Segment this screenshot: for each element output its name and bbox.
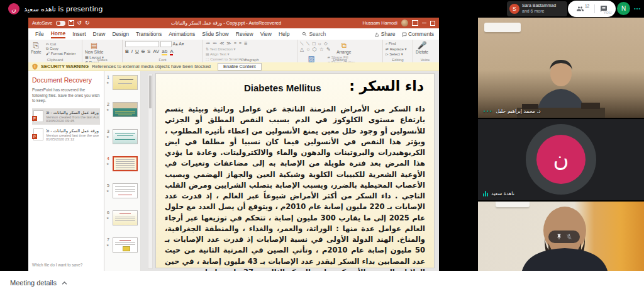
save-icon[interactable] (69, 20, 74, 26)
recovered-file-item[interactable]: ورقة عمل السكر والنباتات - Co... Version… (32, 127, 100, 143)
recovered-file-item[interactable]: ورقة عمل السكر والنباتات - Co... Version… (32, 108, 100, 125)
ribbon-display-icon[interactable] (412, 20, 418, 26)
slide-thumbnail-6[interactable]: 6★ (104, 209, 140, 236)
pin-icon[interactable] (556, 234, 562, 240)
find-button[interactable]: ⌕ Find (386, 42, 406, 46)
indent-buttons[interactable]: ≪≫ (219, 41, 234, 45)
redo-icon[interactable]: ↻ (85, 20, 90, 26)
meeting-details-button[interactable]: Meeting details (10, 279, 67, 287)
slide-thumbnail-4[interactable]: 4★ (104, 155, 140, 182)
slide-body-text: داء السكر من الأمراض المزمنة الناتجة عن … (165, 104, 425, 271)
divider (594, 4, 595, 13)
chevron-up-icon (62, 282, 67, 285)
replace-button[interactable]: ⇄ Replace ▾ (386, 47, 406, 51)
slide-scrollbar[interactable] (148, 74, 153, 269)
people-count-badge: 12 (585, 4, 589, 8)
arrange-button[interactable]: ⧉Arrange (336, 41, 351, 54)
slide-thumbnail-1[interactable]: 1★ (104, 74, 140, 101)
animation-star-icon: ★ (106, 81, 109, 84)
document-title: ورقة عمل السكر والنباتات - Copy.ppt - Au… (90, 20, 363, 26)
animation-star-icon: ★ (106, 108, 109, 111)
slide-canvas[interactable]: Diabetes Mellitus داء السكر : داء السكر … (156, 74, 434, 268)
select-button[interactable]: ▻ Select ▾ (386, 52, 406, 56)
recovery-title: Document Recovery (32, 76, 100, 84)
strikethrough-button[interactable]: S (142, 48, 145, 54)
scrollbar-thumb[interactable] (149, 76, 152, 108)
recovery-help-link[interactable]: Which file do I want to save? (32, 263, 82, 267)
restore-button[interactable] (430, 21, 435, 26)
slide-thumbnail-2[interactable]: 2★ (104, 101, 140, 128)
slide-thumbnail-5[interactable]: 5★ (104, 182, 140, 209)
minimize-button[interactable] (422, 23, 426, 23)
tab-slide-show[interactable]: Slide Show (202, 31, 229, 37)
tab-view[interactable]: View (260, 31, 272, 37)
shrink-font-button[interactable]: A▾ (178, 42, 184, 46)
ppt-menu-bar: File Home Insert Draw Design Transitions… (28, 28, 439, 40)
bullets-button[interactable]: ≔ (206, 41, 213, 45)
format-painter-button[interactable]: 🖌 Format Painter (46, 52, 75, 55)
comments-button[interactable]: Comments (402, 31, 434, 37)
tab-transitions[interactable]: Transitions (136, 31, 162, 37)
ribbon-group-paragraph: ≔≕≪≫≡≡≣ ⇅ Text Direction ▾ ▤ Align Text … (203, 40, 297, 62)
dictate-button[interactable]: 🎤Dictate (416, 41, 428, 54)
align-text-button[interactable]: ▤ Align Text ▾ (206, 52, 247, 56)
you-label: You (603, 9, 612, 15)
video-tile-participant-1[interactable]: ••• د. محمد إبراهيم خليل (478, 18, 644, 118)
font-color-button[interactable]: A (170, 48, 173, 55)
grow-font-button[interactable]: A▴ (173, 42, 178, 46)
text-direction-button[interactable]: ⇅ Text Direction ▾ (206, 47, 247, 51)
tab-draw[interactable]: Draw (93, 31, 106, 37)
slide-editing-pane: Diabetes Mellitus داء السكر : داء السكر … (141, 71, 439, 271)
more-options-icon[interactable]: ••• (634, 6, 641, 11)
copy-button[interactable]: ⧉ Copy (46, 47, 75, 51)
tile-options-icon[interactable]: ••• (483, 109, 492, 114)
bold-button[interactable]: B (125, 48, 129, 54)
participant-avatar: ن (536, 135, 586, 184)
slide-thumbnail-3[interactable]: 3★ (104, 128, 140, 155)
ribbon-group-font: A▴ A▾ B I U S S AV ab A Font (123, 40, 203, 62)
mic-off-icon[interactable] (566, 234, 572, 240)
participant-name-label: ناهدة سعيد (483, 191, 514, 196)
tab-animations[interactable]: Animations (169, 31, 195, 37)
tab-insert[interactable]: Insert (72, 31, 86, 37)
text-shadow-button[interactable]: S (147, 48, 150, 54)
cut-button[interactable]: ✂ Cut (46, 42, 75, 46)
tab-review[interactable]: Review (236, 31, 253, 37)
video-tile-participant-3[interactable] (478, 202, 644, 271)
ribbon-group-clipboard: ⎘Paste ✂ Cut ⧉ Copy 🖌 Format Painter Cli… (28, 40, 82, 62)
participant-avatar: S (509, 4, 519, 14)
numbering-button[interactable]: ≕ (213, 41, 219, 45)
underline-button[interactable]: U (135, 48, 139, 54)
enable-content-button[interactable]: Enable Content (218, 63, 262, 71)
animation-star-icon: ★ (106, 135, 109, 139)
tab-design[interactable]: Design (112, 31, 128, 37)
tab-help[interactable]: Help (279, 31, 289, 37)
self-avatar[interactable]: N (617, 2, 630, 15)
share-button[interactable]: Share (374, 31, 395, 37)
autosave-toggle[interactable] (56, 21, 65, 26)
font-size-select[interactable] (160, 41, 172, 47)
new-slide-button[interactable]: ▤New Slide (85, 41, 103, 54)
character-spacing-button[interactable]: AV (153, 48, 159, 54)
align-buttons[interactable]: ≡≡≣ (234, 41, 250, 45)
animation-star-icon: ★ (106, 162, 109, 166)
participants-chip[interactable]: S Sara Bastammad and 6 more (507, 1, 567, 16)
undo-icon[interactable]: ↺ (77, 20, 82, 26)
people-button[interactable]: 12 (576, 5, 589, 13)
search-input[interactable]: Search (302, 31, 326, 37)
comment-icon (402, 32, 407, 37)
user-avatar[interactable] (401, 20, 408, 26)
ppt-file-icon (33, 110, 43, 122)
tab-file[interactable]: File (35, 31, 44, 37)
paste-button[interactable]: ⎘Paste (31, 41, 42, 54)
italic-button[interactable]: I (131, 48, 133, 54)
font-name-select[interactable] (125, 41, 159, 47)
video-tile-participant-2[interactable]: ن ناهدة سعيد (478, 119, 644, 200)
slide-title-arabic: داء السكر : (349, 78, 424, 94)
slide-thumbnail-7[interactable]: 7★ (104, 236, 140, 263)
tab-home[interactable]: Home (51, 30, 66, 38)
shapes-gallery[interactable]: ⟍ ⟍ □ ○ ◇△ ○ ⬡ ☆ ✎ (300, 41, 331, 52)
document-recovery-panel: Document Recovery PowerPoint has recover… (28, 71, 104, 271)
highlight-button[interactable]: ab (162, 48, 167, 55)
tile-hover-controls (548, 231, 580, 243)
